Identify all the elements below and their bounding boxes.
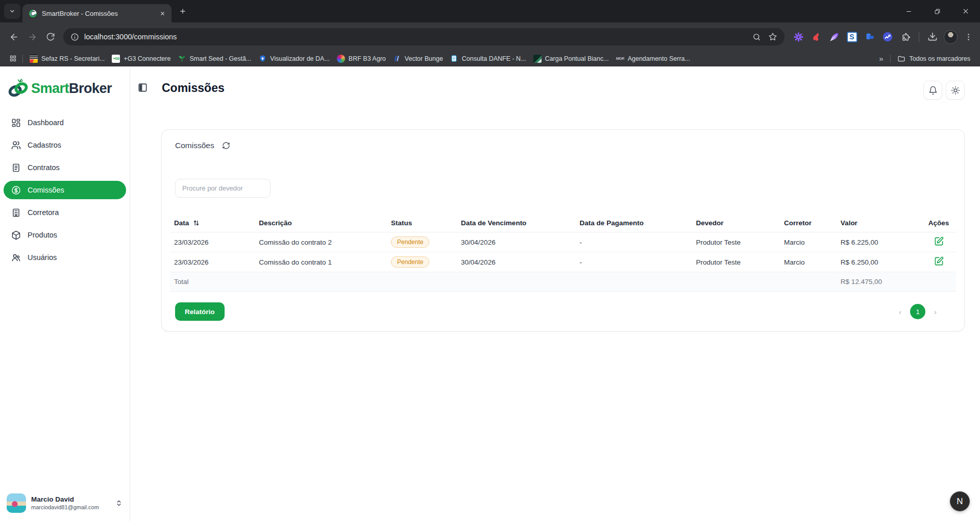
bookmark-label: +G3 Connectere <box>124 55 170 62</box>
url-bar[interactable]: localhost:3000/commissions <box>63 28 785 45</box>
flag-extension-icon[interactable] <box>863 30 876 43</box>
bookmark-item[interactable]: +G3 +G3 Connectere <box>108 54 174 64</box>
chevrons-up-down-icon <box>115 500 122 507</box>
g3-favicon: +G3 <box>112 55 120 63</box>
sidebar-item-usuarios[interactable]: Usuários <box>4 248 126 267</box>
downloads-button[interactable] <box>926 30 939 43</box>
red-creature-extension-icon[interactable] <box>810 30 823 43</box>
bookmark-item[interactable]: Sefaz RS - Secretari... <box>26 54 108 64</box>
close-icon <box>962 8 969 15</box>
tab-favicon <box>29 9 37 18</box>
sidebar-item-cadastros[interactable]: Cadastros <box>4 136 126 154</box>
people-icon <box>11 253 21 263</box>
apps-grid-icon <box>9 55 17 62</box>
site-info-icon[interactable] <box>70 33 79 41</box>
chevron-down-icon <box>9 8 15 14</box>
close-window-button[interactable] <box>951 0 980 22</box>
pagination-prev-button[interactable]: ‹ <box>899 307 901 316</box>
bookmark-item[interactable]: Vector Bunge <box>389 54 447 64</box>
back-button[interactable] <box>5 28 22 45</box>
stylus-extension-icon[interactable]: S <box>845 30 859 43</box>
new-tab-button[interactable] <box>176 4 190 18</box>
feather-extension-icon[interactable] <box>827 30 841 43</box>
mgr-favicon: MGR <box>616 55 624 63</box>
sefaz-favicon <box>30 55 38 63</box>
user-profile[interactable]: Marcio David marciodavid81@gmail.com <box>0 490 130 514</box>
bookmark-item[interactable]: Carga Pontual Bianc... <box>530 54 612 64</box>
sort-icon <box>193 220 200 226</box>
extensions-menu-button[interactable] <box>899 30 912 43</box>
bookmark-star-icon[interactable] <box>768 32 777 41</box>
pagination-next-button[interactable]: › <box>934 307 937 316</box>
refresh-button[interactable] <box>222 141 230 150</box>
browser-menu-button[interactable] <box>962 30 975 43</box>
url-text[interactable]: localhost:3000/commissions <box>84 33 747 41</box>
table-row: 23/03/2026 Comissão do contrato 1 Penden… <box>170 252 956 272</box>
plus-icon <box>179 8 186 15</box>
carga-favicon <box>533 55 542 63</box>
arrow-right-icon <box>28 32 37 42</box>
bookmark-label: Carga Pontual Bianc... <box>545 55 609 62</box>
omnibox-search-icon[interactable] <box>752 33 761 41</box>
notifications-button[interactable] <box>923 81 942 100</box>
brf-favicon <box>337 55 345 63</box>
sidebar-item-comissoes[interactable]: Comissões <box>4 181 126 199</box>
column-header-vencimento: Data de Vencimento <box>457 214 576 232</box>
report-button[interactable]: Relatório <box>175 302 225 321</box>
cell-data: 23/03/2026 <box>170 232 255 252</box>
app-logo[interactable]: SmartBroker <box>0 77 130 100</box>
forward-button[interactable] <box>23 28 41 45</box>
cell-corretor: Marcio <box>780 232 837 252</box>
bookmark-item[interactable]: Visualizador de DA... <box>255 54 333 64</box>
bookmarks-overflow-button[interactable]: » <box>875 54 887 63</box>
gear-extension-icon[interactable] <box>792 30 805 43</box>
user-name: Marcio David <box>31 495 99 504</box>
danfe-favicon <box>450 55 458 63</box>
bookmark-item[interactable]: Consulta DANFE - N... <box>447 54 530 64</box>
avatar <box>944 30 958 44</box>
bookmark-item[interactable]: BRF B3 Agro <box>333 54 389 64</box>
sidebar-collapse-button[interactable] <box>137 83 148 93</box>
sidebar-item-dashboard[interactable]: Dashboard <box>4 113 126 132</box>
all-bookmarks-button[interactable]: Todos os marcadores <box>894 54 974 64</box>
table-row: 23/03/2026 Comissão do contrato 2 Penden… <box>170 232 956 252</box>
cell-valor: R$ 6.250,00 <box>837 252 921 272</box>
page-header: Comissões <box>137 76 965 100</box>
sidebar-item-label: Corretora <box>28 208 59 217</box>
tab-close-button[interactable] <box>157 8 167 18</box>
search-input[interactable] <box>175 179 271 198</box>
apps-grid-button[interactable] <box>6 52 19 65</box>
minimize-button[interactable] <box>894 0 923 22</box>
screen: SmartBroker - Comissões <box>0 0 980 521</box>
sidebar-item-corretora[interactable]: Corretora <box>4 203 126 222</box>
tab-search-button[interactable] <box>4 4 20 19</box>
bookmarks-divider <box>890 55 891 63</box>
cell-corretor: Marcio <box>780 252 837 272</box>
pagination-page-1[interactable]: 1 <box>910 304 925 319</box>
column-header-pagamento: Data de Pagamento <box>576 214 692 232</box>
bookmark-item[interactable]: Smart Seed - Gestã... <box>174 54 255 64</box>
bookmark-item[interactable]: MGR Agendamento Serra... <box>612 54 694 64</box>
sidebar-item-contratos[interactable]: Contratos <box>4 158 126 177</box>
sidebar-item-produtos[interactable]: Produtos <box>4 226 126 244</box>
edit-button[interactable] <box>934 256 944 266</box>
cell-valor: R$ 6.225,00 <box>837 232 921 252</box>
smartbroker-logo-icon <box>6 77 31 100</box>
all-bookmarks-label: Todos os marcadores <box>909 55 970 62</box>
package-icon <box>11 230 21 240</box>
browser-tab[interactable]: SmartBroker - Comissões <box>22 4 172 22</box>
column-header-data[interactable]: Data <box>170 214 255 232</box>
refresh-icon <box>222 141 230 150</box>
toolbar-divider <box>919 32 919 42</box>
chart-extension-icon[interactable] <box>881 30 894 43</box>
nextjs-devtools-button[interactable]: N <box>950 491 970 511</box>
theme-toggle-button[interactable] <box>946 81 965 100</box>
maximize-button[interactable] <box>923 0 951 22</box>
total-value: R$ 12.475,00 <box>837 272 921 292</box>
cell-data: 23/03/2026 <box>170 252 255 272</box>
sidebar-item-label: Usuários <box>28 253 57 262</box>
browser-profile-avatar[interactable] <box>944 30 957 43</box>
reload-button[interactable] <box>42 28 59 45</box>
edit-button[interactable] <box>934 236 944 246</box>
bell-icon <box>928 86 938 95</box>
